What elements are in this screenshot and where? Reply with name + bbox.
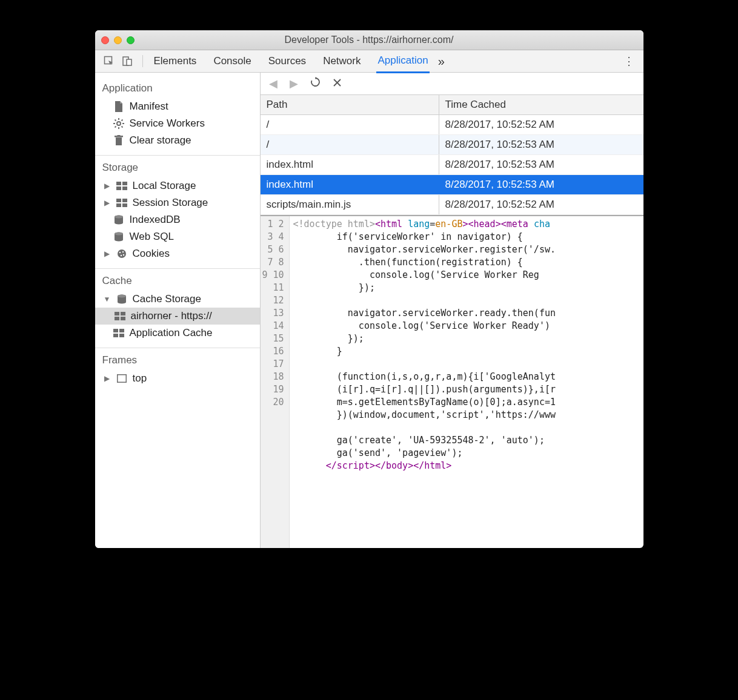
tab-application[interactable]: Application (376, 50, 429, 73)
cell-time: 8/28/2017, 10:52:53 AM (439, 175, 643, 194)
sidebar-item-label: Local Storage (133, 180, 196, 192)
tab-sources[interactable]: Sources (267, 50, 307, 72)
svg-rect-14 (117, 135, 120, 136)
svg-point-24 (115, 216, 123, 219)
table-row[interactable]: scripts/main.min.js8/28/2017, 10:52:52 A… (261, 195, 643, 215)
sidebar-item-cookies[interactable]: ▶Cookies (95, 245, 260, 262)
cell-time: 8/28/2017, 10:52:52 AM (439, 115, 643, 134)
svg-rect-15 (116, 182, 121, 185)
database-icon (113, 231, 124, 242)
table-row[interactable]: /8/28/2017, 10:52:53 AM (261, 135, 643, 155)
sidebar-item-label: Service Workers (130, 117, 205, 130)
svg-point-26 (115, 233, 123, 236)
delete-icon[interactable] (333, 78, 342, 90)
database-icon (116, 294, 127, 305)
svg-rect-19 (116, 199, 121, 202)
sidebar-item-label: Cache Storage (133, 293, 201, 305)
panel-tabs: ElementsConsoleSourcesNetworkApplication (153, 50, 430, 73)
sidebar-item-application-cache[interactable]: Application Cache (95, 325, 260, 342)
svg-rect-17 (116, 187, 121, 190)
svg-rect-12 (116, 137, 122, 145)
svg-rect-41 (119, 334, 124, 337)
expand-arrow-icon[interactable]: ▶ (104, 199, 111, 207)
device-toggle-icon[interactable] (121, 54, 134, 68)
tab-elements[interactable]: Elements (153, 50, 198, 72)
sidebar-item-label: airhorner - https:// (131, 310, 212, 322)
svg-line-9 (121, 127, 122, 128)
sidebar-item-clear-storage[interactable]: Clear storage (95, 132, 260, 149)
svg-point-30 (120, 255, 121, 256)
svg-line-10 (115, 127, 116, 128)
nav-back-icon[interactable]: ◀ (269, 77, 278, 90)
expand-arrow-icon[interactable]: ▶ (104, 374, 111, 383)
th-path[interactable]: Path (261, 95, 439, 114)
grid-icon (116, 180, 127, 191)
inspect-element-icon[interactable] (102, 54, 116, 68)
svg-point-33 (118, 295, 126, 298)
svg-rect-34 (115, 312, 119, 315)
sidebar-item-manifest[interactable]: Manifest (95, 98, 260, 115)
titlebar: Developer Tools - https://airhorner.com/ (95, 30, 643, 50)
refresh-icon[interactable] (310, 77, 321, 90)
cell-path: index.html (261, 175, 439, 194)
sidebar-section-application: Application (95, 76, 260, 98)
nav-forward-icon[interactable]: ▶ (290, 77, 298, 90)
table-header: Path Time Cached (261, 95, 643, 115)
more-tabs-button[interactable]: » (438, 54, 445, 68)
body: ApplicationManifestService WorkersClear … (95, 73, 643, 548)
svg-point-28 (119, 252, 120, 253)
kebab-menu-icon[interactable]: ⋮ (620, 54, 639, 68)
sidebar-item-session-storage[interactable]: ▶Session Storage (95, 194, 260, 211)
cell-path: / (261, 115, 439, 134)
table-row[interactable]: index.html8/28/2017, 10:52:53 AM (261, 155, 643, 175)
svg-rect-2 (127, 59, 131, 65)
sidebar-item-label: Web SQL (130, 231, 174, 243)
sidebar-section-storage: Storage (95, 156, 260, 177)
code-content[interactable]: <!doctype html><html lang=en-GB><head><m… (290, 216, 643, 548)
document-icon (113, 101, 124, 112)
sidebar-item-local-storage[interactable]: ▶Local Storage (95, 177, 260, 194)
svg-rect-36 (115, 317, 119, 320)
sidebar-item-web-sql[interactable]: Web SQL (95, 228, 260, 245)
sidebar-item-label: Session Storage (133, 197, 208, 209)
tab-network[interactable]: Network (322, 50, 362, 72)
tabstrip: ElementsConsoleSourcesNetworkApplication… (95, 50, 643, 73)
svg-rect-39 (119, 329, 124, 332)
sidebar-section-cache: Cache (95, 269, 260, 291)
svg-point-3 (117, 122, 121, 125)
trash-icon (113, 135, 124, 146)
devtools-window: Developer Tools - https://airhorner.com/… (95, 30, 643, 548)
gear-icon (113, 118, 124, 129)
cell-time: 8/28/2017, 10:52:52 AM (439, 195, 643, 214)
table-row[interactable]: /8/28/2017, 10:52:52 AM (261, 115, 643, 135)
expand-arrow-icon[interactable]: ▶ (104, 249, 111, 258)
code-viewer: 1 2 3 4 5 6 7 8 9 10 11 12 13 14 15 16 1… (261, 215, 643, 548)
sidebar-item-indexeddb[interactable]: IndexedDB (95, 211, 260, 228)
svg-point-31 (122, 254, 124, 256)
svg-rect-16 (122, 182, 127, 185)
sidebar-item-top[interactable]: ▶top (95, 370, 260, 387)
svg-line-8 (115, 120, 116, 121)
expand-arrow-icon[interactable]: ▶ (104, 182, 111, 190)
expand-arrow-icon[interactable]: ▼ (104, 295, 111, 303)
svg-rect-35 (121, 312, 125, 315)
sidebar-item-cache-storage[interactable]: ▼Cache Storage (95, 291, 260, 308)
divider (142, 55, 143, 67)
sidebar-section-frames: Frames (95, 348, 260, 370)
application-sidebar: ApplicationManifestService WorkersClear … (95, 73, 261, 548)
svg-rect-22 (122, 203, 127, 207)
sidebar-item-label: top (133, 372, 147, 385)
sidebar-item-airhorner-https-[interactable]: airhorner - https:// (95, 308, 260, 325)
svg-rect-18 (122, 187, 127, 190)
sidebar-item-service-workers[interactable]: Service Workers (95, 115, 260, 132)
cookie-icon (116, 248, 127, 259)
tab-console[interactable]: Console (212, 50, 252, 72)
table-body: /8/28/2017, 10:52:52 AM/8/28/2017, 10:52… (261, 115, 643, 215)
table-row[interactable]: index.html8/28/2017, 10:52:53 AM (261, 175, 643, 195)
sidebar-item-label: IndexedDB (130, 214, 181, 226)
sidebar-item-label: Application Cache (130, 327, 213, 339)
grid-icon (113, 328, 124, 338)
th-time[interactable]: Time Cached (439, 95, 643, 114)
sidebar-item-label: Clear storage (130, 134, 191, 147)
svg-point-27 (118, 249, 126, 258)
